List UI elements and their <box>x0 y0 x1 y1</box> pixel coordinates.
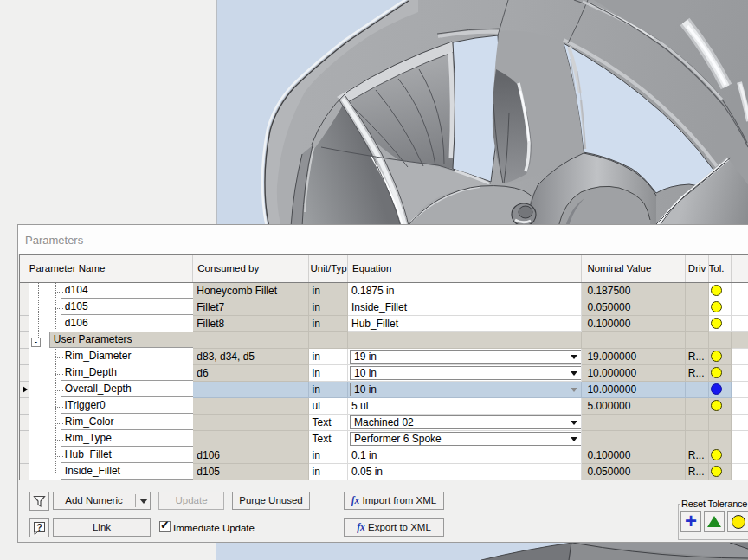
svg-text:?: ? <box>36 523 42 532</box>
